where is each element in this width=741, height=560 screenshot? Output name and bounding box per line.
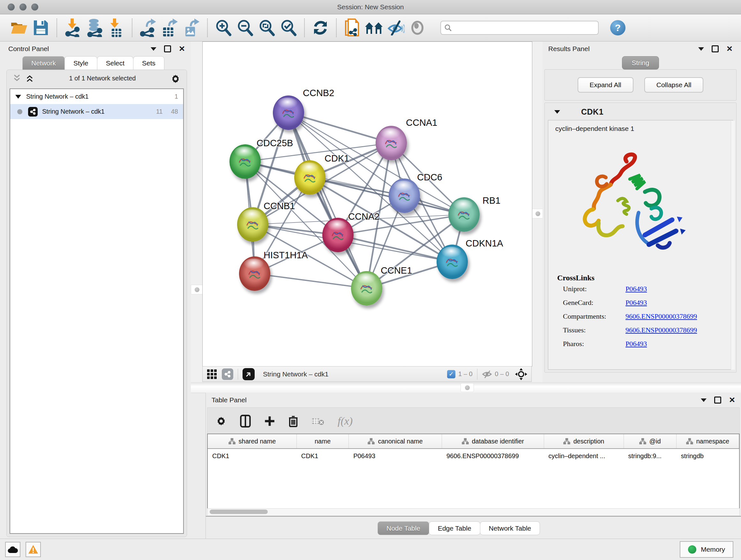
panel-float-icon[interactable] bbox=[164, 45, 171, 52]
splitter-handle[interactable] bbox=[191, 285, 203, 294]
collapse-all-icon[interactable] bbox=[13, 74, 21, 82]
import-database-button[interactable] bbox=[85, 18, 104, 38]
string-view-icon[interactable] bbox=[222, 368, 233, 380]
share-document-button[interactable] bbox=[343, 18, 361, 38]
table-hscrollbar[interactable] bbox=[207, 508, 740, 516]
node-table[interactable]: shared namename canonical name database … bbox=[207, 434, 740, 509]
crosslink-link[interactable]: P06493 bbox=[625, 285, 647, 293]
crosslink-link[interactable]: P06493 bbox=[625, 299, 647, 307]
column-header-canonical-name[interactable]: canonical name bbox=[349, 434, 442, 448]
tab-sets[interactable]: Sets bbox=[133, 56, 164, 70]
left-splitter[interactable] bbox=[191, 42, 202, 382]
column-header-namespace[interactable]: namespace bbox=[677, 434, 739, 448]
hide-selected-button[interactable] bbox=[387, 18, 405, 38]
grid-view-icon[interactable] bbox=[206, 369, 217, 380]
crosslink-link[interactable]: 9606.ENSP00000378699 bbox=[625, 312, 697, 320]
export-image-button[interactable] bbox=[182, 18, 201, 38]
network-node-CCNA1[interactable] bbox=[376, 126, 407, 160]
save-session-button[interactable] bbox=[31, 18, 50, 38]
tab-network[interactable]: Network bbox=[22, 56, 65, 70]
column-header-database-identifier[interactable]: database identifier bbox=[442, 434, 544, 448]
gear-icon[interactable] bbox=[171, 73, 180, 83]
tab-style[interactable]: Style bbox=[64, 56, 97, 70]
panel-menu-icon[interactable] bbox=[701, 398, 706, 402]
right-splitter[interactable] bbox=[532, 42, 543, 382]
tab-network-table[interactable]: Network Table bbox=[480, 521, 540, 535]
table-cell[interactable]: stringdb bbox=[677, 449, 739, 463]
table-cell[interactable]: CDK1 bbox=[208, 449, 297, 463]
table-cell[interactable]: cyclin–dependent ... bbox=[544, 449, 624, 463]
import-network-button[interactable] bbox=[64, 18, 82, 38]
column-header-shared-name[interactable]: shared name bbox=[208, 434, 297, 448]
search-input[interactable] bbox=[455, 24, 595, 32]
export-table-button[interactable] bbox=[160, 18, 179, 38]
network-node-CDC6[interactable] bbox=[389, 179, 420, 213]
column-header--id[interactable]: @id bbox=[624, 434, 677, 448]
help-button[interactable]: ? bbox=[610, 20, 625, 36]
window-controls[interactable] bbox=[8, 3, 38, 10]
table-settings-gear-icon[interactable] bbox=[216, 416, 226, 427]
crosslink-link[interactable]: 9606.ENSP00000378699 bbox=[625, 326, 697, 334]
selected-checkbox-icon[interactable]: ✓ bbox=[447, 370, 455, 378]
column-header-description[interactable]: description bbox=[544, 434, 624, 448]
network-node-CCNB1[interactable] bbox=[237, 207, 268, 242]
cloud-button[interactable] bbox=[5, 542, 20, 557]
birds-eye-icon[interactable] bbox=[515, 368, 528, 381]
network-node-CDKN1A[interactable] bbox=[436, 245, 468, 279]
clear-table-icon[interactable] bbox=[312, 416, 324, 426]
tab-select[interactable]: Select bbox=[97, 56, 133, 70]
panel-close-icon[interactable]: ✕ bbox=[179, 45, 185, 53]
network-canvas[interactable]: CCNB2 CCNA1 CDC25B CDK1 CDC6 RB1 CCNB1 C… bbox=[202, 42, 532, 367]
bottom-splitter[interactable] bbox=[191, 382, 741, 393]
network-node-CDK1[interactable] bbox=[294, 160, 326, 195]
search-box[interactable] bbox=[441, 21, 599, 35]
refresh-button[interactable] bbox=[311, 18, 330, 38]
expand-all-icon[interactable] bbox=[26, 74, 34, 82]
panel-close-icon[interactable]: ✕ bbox=[729, 396, 735, 404]
delete-column-icon[interactable] bbox=[288, 415, 298, 427]
panel-menu-icon[interactable] bbox=[698, 47, 704, 51]
zoom-in-button[interactable] bbox=[214, 18, 232, 38]
panel-menu-icon[interactable] bbox=[151, 47, 156, 51]
table-cell[interactable]: 9606.ENSP00000378699 bbox=[442, 449, 544, 463]
network-node-CCNE1[interactable] bbox=[351, 271, 382, 306]
maximize-window-icon[interactable] bbox=[31, 3, 38, 10]
column-header-name[interactable]: name bbox=[297, 434, 349, 448]
table-row[interactable]: CDK1CDK1P064939606.ENSP00000378699cyclin… bbox=[208, 449, 739, 463]
zoom-selected-button[interactable] bbox=[279, 18, 298, 38]
table-cell[interactable]: stringdb:9... bbox=[624, 449, 677, 463]
show-all-button[interactable] bbox=[408, 18, 427, 38]
minimize-window-icon[interactable] bbox=[19, 3, 26, 10]
tab-node-table[interactable]: Node Table bbox=[378, 521, 429, 535]
panel-close-icon[interactable]: ✕ bbox=[726, 45, 733, 53]
splitter-handle[interactable] bbox=[461, 383, 474, 392]
open-session-button[interactable] bbox=[10, 18, 28, 38]
export-network-button[interactable] bbox=[139, 18, 157, 38]
splitter-handle[interactable] bbox=[532, 209, 544, 219]
expand-all-button[interactable]: Expand All bbox=[578, 77, 633, 92]
zoom-out-button[interactable] bbox=[236, 18, 254, 38]
show-columns-icon[interactable] bbox=[240, 415, 251, 428]
memory-button[interactable]: Memory bbox=[680, 541, 733, 558]
tab-string[interactable]: String bbox=[622, 56, 659, 70]
scrollbar-thumb[interactable] bbox=[210, 509, 268, 514]
gene-collapse-icon[interactable] bbox=[554, 110, 560, 114]
collapse-all-button[interactable]: Collapse All bbox=[644, 77, 704, 92]
import-table-button[interactable] bbox=[107, 18, 125, 38]
zoom-fit-button[interactable] bbox=[258, 18, 276, 38]
table-cell[interactable]: CDK1 bbox=[297, 449, 349, 463]
network-node-CDC25B[interactable] bbox=[229, 144, 261, 179]
home-button[interactable] bbox=[365, 18, 383, 38]
detach-view-icon[interactable] bbox=[243, 368, 255, 380]
panel-float-icon[interactable] bbox=[714, 396, 721, 403]
table-cell[interactable]: P06493 bbox=[349, 449, 442, 463]
network-row[interactable]: String Network – cdk1 11 48 bbox=[10, 104, 183, 119]
close-window-icon[interactable] bbox=[8, 3, 15, 10]
network-node-CCNB2[interactable] bbox=[273, 96, 304, 130]
network-node-RB1[interactable] bbox=[448, 197, 480, 232]
results-scrollbar[interactable] bbox=[731, 121, 735, 370]
add-column-icon[interactable] bbox=[264, 416, 275, 427]
panel-float-icon[interactable] bbox=[712, 45, 719, 52]
tab-edge-table[interactable]: Edge Table bbox=[429, 521, 480, 535]
tree-expand-icon[interactable] bbox=[15, 95, 21, 99]
